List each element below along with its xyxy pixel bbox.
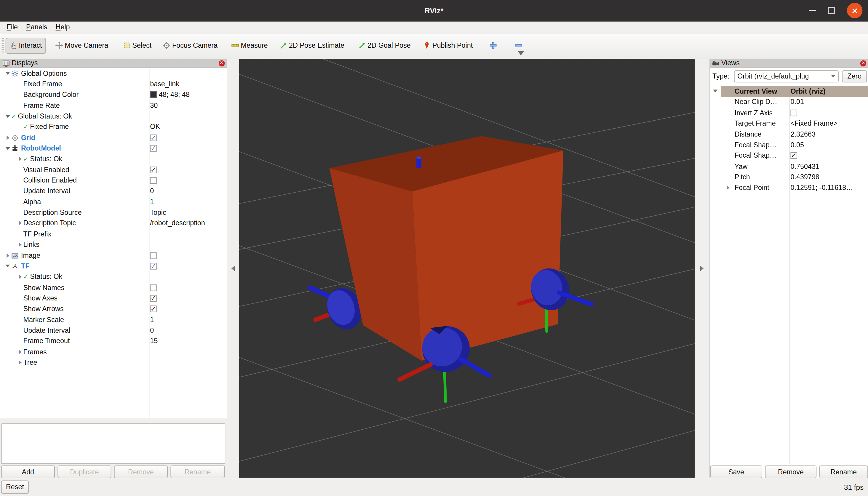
tree-row[interactable]: Description Topic/robot_description xyxy=(0,218,227,229)
tree-row[interactable]: ✓Status: Ok xyxy=(0,154,227,165)
add-button[interactable]: Add xyxy=(1,465,55,478)
property-value[interactable]: <Fixed Frame> xyxy=(790,120,837,127)
tree-row[interactable]: TF✓ xyxy=(0,261,227,272)
expander-icon[interactable] xyxy=(17,220,23,226)
view-type-combobox[interactable]: Orbit (rviz_default_plug xyxy=(734,70,839,82)
views-panel-header[interactable]: Views ✕ xyxy=(710,58,868,68)
tree-row[interactable]: Fixed Framebase_link xyxy=(0,79,227,90)
property-value[interactable]: 1 xyxy=(150,197,154,207)
tool-2d-goal-pose[interactable]: 2D Goal Pose xyxy=(358,37,411,53)
property-value[interactable]: 0 xyxy=(150,186,154,197)
expander-icon[interactable] xyxy=(17,274,23,280)
displays-panel-header[interactable]: Displays ✕ xyxy=(0,58,227,68)
checkbox[interactable] xyxy=(150,252,156,259)
property-value[interactable]: 30 xyxy=(150,100,158,111)
tool-interact[interactable]: Interact xyxy=(6,37,46,53)
view-property-row[interactable]: Yaw0.750431 xyxy=(710,161,868,172)
tree-row[interactable]: Collision Enabled xyxy=(0,175,227,186)
tree-row[interactable]: Global Options xyxy=(0,68,227,79)
menu-item-panels[interactable]: Panels xyxy=(26,23,47,31)
tree-row[interactable]: Visual Enabled✓ xyxy=(0,165,227,175)
rename-button[interactable]: Rename xyxy=(819,465,868,478)
expander-icon[interactable] xyxy=(712,89,718,94)
expander-icon[interactable] xyxy=(4,71,11,76)
property-value[interactable]: 0 xyxy=(150,325,154,336)
tree-row[interactable]: Background Color48; 48; 48 xyxy=(0,90,227,100)
property-value[interactable]: 0.01 xyxy=(790,98,804,106)
property-value[interactable]: /robot_description xyxy=(150,218,205,229)
color-swatch[interactable] xyxy=(150,92,156,98)
titlebar[interactable]: RViz* ✕ xyxy=(0,0,868,21)
tree-row[interactable]: Show Names xyxy=(0,282,227,293)
checkbox[interactable] xyxy=(150,284,156,291)
tree-row[interactable]: Update Interval0 xyxy=(0,186,227,197)
property-value[interactable]: 0.750431 xyxy=(790,162,819,170)
left-splitter[interactable] xyxy=(227,58,239,478)
viewport-3d[interactable] xyxy=(239,58,695,478)
expander-icon[interactable] xyxy=(17,156,23,162)
view-property-row[interactable]: Target Frame<Fixed Frame> xyxy=(710,118,868,129)
reset-button[interactable]: Reset xyxy=(1,480,29,494)
view-property-row[interactable]: Focal Point0.12591; -0.11618… xyxy=(710,183,868,193)
tree-row[interactable]: TF Prefix xyxy=(0,229,227,239)
expander-icon[interactable] xyxy=(17,360,23,365)
expander-icon[interactable] xyxy=(4,263,11,269)
toolbar-grip[interactable] xyxy=(2,38,4,54)
property-value[interactable]: 0.05 xyxy=(790,141,804,149)
tree-row[interactable]: Description SourceTopic xyxy=(0,207,227,218)
tree-row[interactable]: Frame Rate30 xyxy=(0,100,227,111)
menu-item-file[interactable]: File xyxy=(6,23,18,31)
menu-item-help[interactable]: Help xyxy=(56,23,70,31)
expander-icon[interactable] xyxy=(17,349,23,355)
checkbox[interactable]: ✓ xyxy=(790,152,797,159)
remove-button[interactable]: Remove xyxy=(765,465,817,478)
property-value[interactable]: base_link xyxy=(150,79,179,90)
view-property-row[interactable]: Focal Shap…✓ xyxy=(710,150,868,161)
tree-row[interactable]: Update Interval0 xyxy=(0,325,227,336)
tree-row[interactable]: RobotModel✓ xyxy=(0,143,227,154)
tool-focus-camera[interactable]: Focus Camera xyxy=(163,37,218,53)
right-splitter[interactable] xyxy=(695,58,709,478)
view-property-row[interactable]: Pitch0.439798 xyxy=(710,172,868,182)
add-tool-button[interactable] xyxy=(489,37,497,53)
expander-icon[interactable] xyxy=(17,242,23,248)
views-close-icon[interactable]: ✕ xyxy=(860,60,867,66)
tool-publish-point[interactable]: Publish Point xyxy=(423,37,473,53)
property-value[interactable]: OK xyxy=(150,122,160,132)
property-value[interactable]: 2.32663 xyxy=(790,130,815,138)
restore-icon[interactable] xyxy=(828,7,835,14)
expander-icon[interactable] xyxy=(4,145,11,151)
property-value[interactable]: 48; 48; 48 xyxy=(159,91,190,99)
expander-icon[interactable] xyxy=(4,253,11,258)
checkbox[interactable] xyxy=(790,110,797,116)
tree-row[interactable]: Image xyxy=(0,250,227,261)
minimize-icon[interactable] xyxy=(809,10,816,11)
view-property-row[interactable]: Distance2.32663 xyxy=(710,129,868,140)
tree-row[interactable]: Alpha1 xyxy=(0,197,227,207)
current-view-row[interactable]: Current View Orbit (rviz) xyxy=(710,86,868,97)
tool-move-camera[interactable]: Move Camera xyxy=(56,37,108,53)
checkbox[interactable]: ✓ xyxy=(150,134,156,141)
checkbox[interactable]: ✓ xyxy=(150,306,156,312)
checkbox[interactable]: ✓ xyxy=(150,145,156,152)
checkbox[interactable]: ✓ xyxy=(150,295,156,301)
property-value[interactable]: Topic xyxy=(150,207,166,218)
checkbox[interactable]: ✓ xyxy=(150,263,156,269)
view-property-row[interactable]: Invert Z Axis xyxy=(710,108,868,118)
tree-row[interactable]: Show Axes✓ xyxy=(0,293,227,304)
tree-row[interactable]: Frame Timeout15 xyxy=(0,336,227,346)
tree-row[interactable]: Grid✓ xyxy=(0,133,227,143)
view-property-row[interactable]: Near Clip D…0.01 xyxy=(710,97,868,108)
tool-2d-pose-estimate[interactable]: 2D Pose Estimate xyxy=(279,37,344,53)
tree-row[interactable]: Show Arrows✓ xyxy=(0,304,227,314)
checkbox[interactable] xyxy=(150,177,156,184)
tool-select[interactable]: Select xyxy=(123,37,152,53)
close-icon[interactable]: ✕ xyxy=(847,3,862,18)
tree-row[interactable]: Marker Scale1 xyxy=(0,314,227,325)
property-value[interactable]: 15 xyxy=(150,336,158,346)
tree-row[interactable]: Links xyxy=(0,239,227,250)
property-value[interactable]: 0.439798 xyxy=(790,173,819,181)
tree-row[interactable]: ✓Global Status: Ok xyxy=(0,111,227,122)
collapse-right-icon[interactable] xyxy=(700,265,703,271)
toolbar-overflow-icon[interactable] xyxy=(518,51,524,55)
